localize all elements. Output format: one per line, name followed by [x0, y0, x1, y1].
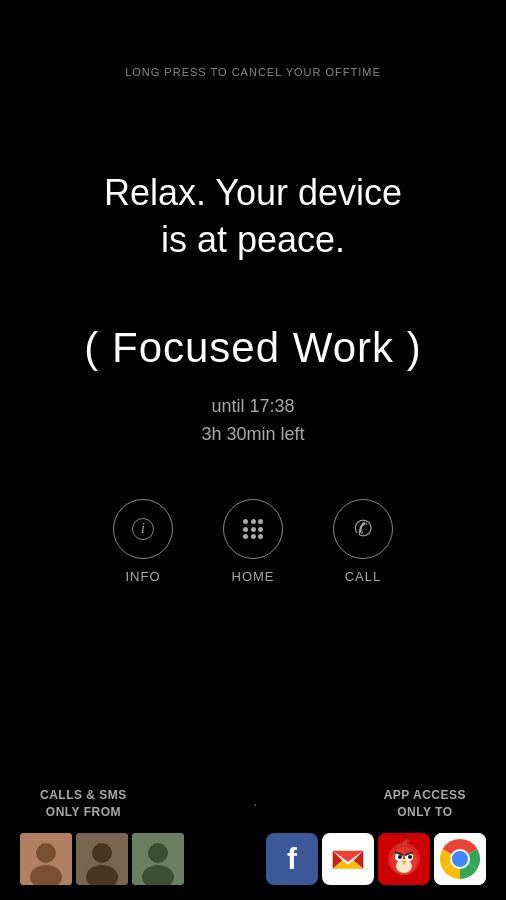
main-message: Relax. Your device is at peace. — [0, 170, 506, 264]
call-circle: ✆ — [333, 499, 393, 559]
apps-row: f — [266, 833, 486, 885]
phone-icon: ✆ — [354, 516, 372, 542]
gmail-app-icon[interactable] — [322, 833, 374, 885]
chrome-svg — [434, 833, 486, 885]
main-message-line2: is at peace. — [161, 219, 345, 260]
calls-sms-line2: ONLY FROM — [40, 804, 127, 821]
bottom-labels: CALLS & SMS ONLY FROM · APP ACCESS ONLY … — [0, 787, 506, 821]
call-label: CALL — [345, 569, 382, 584]
mode-name: ( Focused Work ) — [0, 324, 506, 372]
facebook-app-icon[interactable]: f — [266, 833, 318, 885]
top-bar: LONG PRESS TO CANCEL YOUR OFFTIME — [0, 0, 506, 80]
contact-avatar-3[interactable] — [132, 833, 184, 885]
svg-point-7 — [148, 843, 168, 863]
svg-point-22 — [398, 855, 402, 859]
app-access-line1: APP ACCESS — [384, 787, 466, 804]
home-label: HOME — [232, 569, 275, 584]
home-circle — [223, 499, 283, 559]
app-access-label: APP ACCESS ONLY TO — [384, 787, 466, 821]
app-access-line2: ONLY TO — [384, 804, 466, 821]
remaining-time: 3h 30min left — [0, 420, 506, 449]
bottom-section: CALLS & SMS ONLY FROM · APP ACCESS ONLY … — [0, 767, 506, 900]
mode-label: ( Focused Work ) — [0, 324, 506, 372]
svg-point-4 — [92, 843, 112, 863]
home-grid-icon — [243, 519, 263, 539]
angry-birds-svg — [378, 833, 430, 885]
call-button[interactable]: ✆ CALL — [333, 499, 393, 584]
contact-avatar-2[interactable] — [76, 833, 128, 885]
facebook-letter: f — [287, 842, 297, 876]
svg-point-1 — [36, 843, 56, 863]
calls-sms-line1: CALLS & SMS — [40, 787, 127, 804]
svg-point-30 — [452, 851, 468, 867]
contact-avatar-1[interactable] — [20, 833, 72, 885]
info-circle: i — [113, 499, 173, 559]
main-message-line1: Relax. Your device — [104, 172, 402, 213]
long-press-hint: LONG PRESS TO CANCEL YOUR OFFTIME — [125, 66, 381, 78]
info-button[interactable]: i INFO — [113, 499, 173, 584]
calls-sms-label: CALLS & SMS ONLY FROM — [40, 787, 127, 821]
contact-2-svg — [76, 833, 128, 885]
until-time: until 17:38 — [0, 392, 506, 421]
contacts-row — [20, 833, 184, 885]
home-button[interactable]: HOME — [223, 499, 283, 584]
angry-birds-app-icon[interactable] — [378, 833, 430, 885]
action-buttons: i INFO HOME ✆ CALL — [0, 499, 506, 584]
bottom-icons: f — [0, 833, 506, 885]
info-label: INFO — [125, 569, 160, 584]
contact-3-svg — [132, 833, 184, 885]
gmail-svg — [330, 841, 366, 877]
chrome-app-icon[interactable] — [434, 833, 486, 885]
separator-dot: · — [253, 794, 258, 815]
svg-point-23 — [408, 855, 412, 859]
info-icon: i — [132, 518, 154, 540]
contact-1-svg — [20, 833, 72, 885]
time-info: until 17:38 3h 30min left — [0, 392, 506, 450]
